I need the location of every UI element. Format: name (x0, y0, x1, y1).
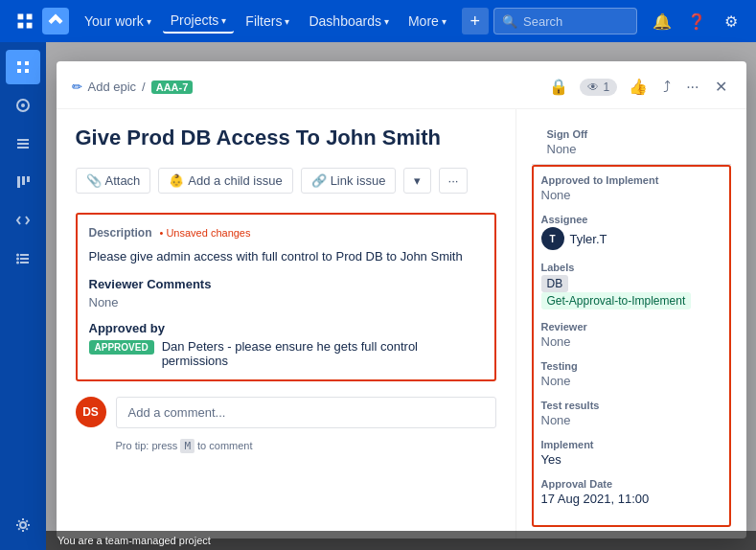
svg-point-20 (16, 258, 19, 261)
sign-off-section: Sign Off None (532, 121, 731, 165)
field-test-results: Test results None (541, 400, 722, 427)
left-sidebar (0, 42, 46, 550)
modal-body: Give Prod DB Access To John Smith 📎 Atta… (57, 109, 746, 539)
thumbsup-button[interactable]: 👍 (625, 74, 652, 100)
nav-dashboards[interactable]: Dashboards ▾ (301, 10, 397, 33)
settings-button[interactable]: ⚙ (718, 8, 745, 34)
sidebar-item-settings[interactable] (6, 508, 40, 542)
chevron-icon: ▾ (147, 16, 151, 27)
help-button[interactable]: ❓ (683, 8, 710, 34)
svg-point-19 (16, 254, 19, 257)
search-icon: 🔍 (502, 14, 517, 29)
nav-filters[interactable]: Filters ▾ (238, 10, 297, 33)
label-db[interactable]: DB (541, 275, 569, 292)
approved-text: Dan Peters - please ensure he gets full … (162, 339, 483, 368)
description-box: Description • Unsaved changes Please giv… (76, 213, 496, 382)
pro-tip: Pro tip: press M to comment (116, 440, 496, 452)
test-results-value: None (541, 413, 722, 427)
comment-area: DS Add a comment... (76, 397, 496, 436)
svg-rect-18 (20, 262, 29, 264)
breadcrumb: ✏ Add epic / AAA-7 (72, 80, 538, 94)
field-implement: Implement Yes (541, 439, 722, 467)
more-toolbar-button[interactable]: ··· (439, 168, 467, 194)
field-assignee: Assignee T Tyler.T (541, 214, 722, 250)
reviewer-comments-label: Reviewer Comments (89, 277, 483, 291)
link-issue-button[interactable]: 🔗 Link issue (301, 168, 397, 194)
nav-projects[interactable]: Projects ▾ (163, 9, 235, 34)
reviewer-comments-value: None (89, 295, 483, 309)
chevron-icon: ▾ (442, 16, 447, 27)
child-icon: 👶 (169, 173, 184, 188)
paperclip-icon: 📎 (86, 173, 102, 188)
watch-count: 1 (603, 80, 609, 94)
svg-rect-16 (20, 254, 29, 256)
sidebar-item-project[interactable] (6, 88, 40, 123)
modal-overlay: ✏ Add epic / AAA-7 🔒 👁 1 👍 ⤴ ··· ✕ (46, 42, 756, 550)
svg-rect-2 (18, 23, 24, 29)
svg-rect-10 (17, 139, 29, 141)
breadcrumb-add-epic[interactable]: Add epic (88, 80, 137, 94)
svg-rect-11 (17, 143, 29, 145)
chevron-icon: ▾ (384, 16, 389, 27)
sidebar-item-code[interactable] (6, 203, 40, 238)
assignee-avatar: T (541, 227, 564, 250)
approved-implement-value: None (541, 188, 722, 202)
fields-panel: Approved to Implement None Assignee T Ty… (532, 165, 731, 527)
nav-grid-icon[interactable] (11, 8, 38, 34)
breadcrumb-pencil-icon: ✏ (72, 80, 82, 94)
svg-rect-13 (17, 176, 20, 188)
nav-icons-group: 🔔 ❓ ⚙ (649, 8, 745, 34)
share-button[interactable]: ⤴ (659, 75, 675, 100)
field-reviewer: Reviewer None (541, 321, 722, 349)
modal-header: ✏ Add epic / AAA-7 🔒 👁 1 👍 ⤴ ··· ✕ (57, 61, 746, 109)
sign-off-value: None (547, 142, 716, 156)
reviewer-value: None (541, 334, 722, 349)
search-bar[interactable]: 🔍 (493, 8, 637, 34)
sidebar-item-list[interactable] (6, 241, 40, 276)
svg-rect-12 (17, 147, 29, 149)
create-button[interactable]: + (462, 8, 489, 34)
notifications-button[interactable]: 🔔 (649, 8, 676, 34)
label-approval[interactable]: Get-Approval-to-Implement (541, 292, 692, 309)
approval-date-value: 17 Aug 2021, 11:00 (541, 492, 722, 506)
issue-key-badge: AAA-7 (151, 80, 194, 94)
sidebar-item-backlog[interactable] (6, 126, 40, 161)
footer-tip: You are a team-managed project (57, 531, 746, 539)
modal-actions: 🔒 👁 1 👍 ⤴ ··· ✕ (545, 74, 730, 100)
top-nav: Your work ▾ Projects ▾ Filters ▾ Dashboa… (0, 0, 756, 42)
description-label: Description • Unsaved changes (89, 226, 483, 240)
lock-button[interactable]: 🔒 (545, 74, 572, 100)
issue-title: Give Prod DB Access To John Smith (76, 125, 496, 152)
main-content: ✏ Add epic / AAA-7 🔒 👁 1 👍 ⤴ ··· ✕ (46, 42, 756, 550)
svg-point-9 (21, 103, 25, 107)
attach-button[interactable]: 📎 Attach (76, 168, 151, 194)
sidebar-item-home[interactable] (6, 50, 40, 84)
nav-your-work[interactable]: Your work ▾ (77, 10, 159, 33)
assignee-name: Tyler.T (570, 232, 607, 246)
jira-logo (42, 8, 69, 34)
add-child-button[interactable]: 👶 Add a child issue (158, 168, 292, 194)
more-actions-button[interactable]: ··· (682, 75, 702, 100)
field-approval-date: Approval Date 17 Aug 2021, 11:00 (541, 478, 722, 506)
approved-by-label: Approved by (89, 321, 483, 335)
nav-more[interactable]: More ▾ (401, 10, 454, 33)
svg-rect-3 (27, 23, 33, 29)
close-button[interactable]: ✕ (711, 74, 731, 100)
sidebar-item-board[interactable] (6, 165, 40, 199)
svg-rect-7 (25, 69, 29, 73)
watch-button[interactable]: 👁 1 (580, 79, 617, 96)
eye-icon: 👁 (587, 80, 599, 94)
comment-input[interactable]: Add a comment... (116, 397, 496, 428)
svg-rect-15 (27, 176, 30, 182)
field-approved-to-implement: Approved to Implement None (541, 174, 722, 202)
field-labels: Labels DB Get-Approval-to-Implement (541, 262, 722, 309)
dropdown-button[interactable]: ▾ (403, 168, 431, 194)
svg-rect-1 (27, 14, 33, 20)
implement-value: Yes (541, 452, 722, 467)
breadcrumb-separator: / (142, 80, 146, 94)
search-input[interactable] (523, 14, 619, 29)
svg-rect-4 (17, 61, 21, 65)
svg-rect-6 (17, 69, 21, 73)
testing-value: None (541, 374, 722, 388)
assignee-row: T Tyler.T (541, 227, 722, 250)
